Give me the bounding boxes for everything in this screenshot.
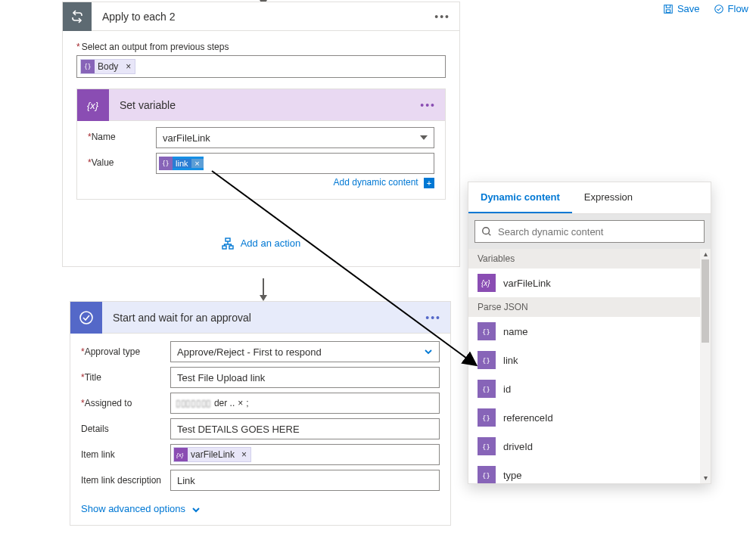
remove-chip-button[interactable]: ×	[238, 449, 250, 460]
svg-point-2	[714, 5, 723, 13]
scroll-down-button[interactable]: ▾	[700, 473, 711, 483]
svg-text:{}: {}	[84, 64, 92, 70]
name-label: *Name	[88, 127, 156, 142]
dc-item-id[interactable]: {} id	[468, 374, 700, 403]
dc-item-type[interactable]: {} type	[468, 461, 700, 483]
more-menu-button[interactable]: •••	[425, 11, 459, 23]
section-variables: Variables	[468, 249, 700, 269]
svg-rect-8	[229, 246, 233, 249]
json-icon: {}	[159, 157, 173, 170]
svg-rect-1	[666, 9, 670, 12]
json-icon: {}	[81, 60, 95, 73]
link-chip-label: link	[173, 159, 191, 168]
svg-rect-0	[664, 5, 673, 13]
remove-chip-button[interactable]: ×	[191, 159, 204, 168]
svg-text:{}: {}	[482, 357, 490, 365]
dc-item-link[interactable]: {} link	[468, 346, 700, 374]
add-action-button[interactable]: Add an action	[76, 200, 446, 253]
item-link-desc-label: Item link description	[81, 475, 170, 486]
approval-type-label: *Approval type	[81, 346, 170, 357]
svg-text:{x}: {x}	[481, 279, 490, 287]
dc-item-name[interactable]: {} name	[468, 317, 700, 346]
more-menu-button[interactable]: •••	[411, 99, 445, 111]
approval-type-select[interactable]: Approve/Reject - First to respond	[170, 341, 440, 362]
apply-to-each-card: Apply to each 2 ••• *Select an output fr…	[62, 2, 460, 267]
dynamic-content-list: Variables {x} varFileLink Parse JSON {} …	[468, 249, 711, 483]
json-icon: {}	[478, 380, 496, 398]
json-icon: {}	[478, 437, 496, 455]
item-link-input[interactable]: {x} varFileLink ×	[170, 444, 440, 465]
save-label: Save	[677, 3, 700, 14]
json-icon: {}	[478, 408, 496, 427]
save-icon	[663, 4, 674, 14]
svg-rect-6	[226, 238, 230, 241]
svg-rect-7	[222, 246, 226, 249]
dc-item-driveid[interactable]: {} driveId	[468, 432, 700, 461]
variable-name-value: varFileLink	[163, 132, 210, 144]
svg-point-11	[483, 228, 490, 234]
assignee-separator: ;	[246, 398, 248, 408]
flow-icon	[714, 4, 724, 14]
scrollbar[interactable]: ▴ ▾	[700, 249, 711, 483]
more-menu-button[interactable]: •••	[416, 312, 450, 324]
connector-line	[263, 278, 264, 295]
approval-card: Start and wait for an approval ••• *Appr…	[70, 301, 451, 526]
remove-assignee-button[interactable]: ×	[238, 398, 243, 408]
section-parse-json: Parse JSON	[468, 297, 700, 317]
show-advanced-button[interactable]: Show advanced options	[81, 495, 440, 517]
link-chip[interactable]: {} link ×	[159, 157, 204, 170]
assigned-visible: der ..	[214, 398, 235, 408]
arrow-down-icon	[260, 295, 267, 301]
value-label: *Value	[88, 153, 156, 168]
dynamic-content-panel: Dynamic content Expression Variables {x}…	[468, 182, 711, 484]
svg-text:{}: {}	[162, 160, 170, 167]
variable-icon: {x}	[174, 448, 188, 461]
body-chip[interactable]: {} Body ×	[80, 59, 135, 74]
approval-type-value: Approve/Reject - First to respond	[177, 346, 322, 358]
chip-label: Body	[98, 60, 122, 73]
title-input[interactable]: Test File Upload link	[170, 367, 440, 388]
item-link-desc-input[interactable]: Link	[170, 470, 440, 491]
assigned-to-label: *Assigned to	[81, 398, 170, 408]
json-icon: {}	[478, 466, 496, 483]
chevron-down-icon	[420, 135, 428, 140]
dc-item-referenceid[interactable]: {} referenceId	[468, 403, 700, 432]
apply-each-title: Apply to each 2	[92, 11, 425, 23]
scroll-up-button[interactable]: ▴	[700, 249, 711, 259]
svg-point-9	[80, 312, 92, 324]
variable-value-input[interactable]: {} link ×	[156, 153, 434, 174]
svg-text:{}: {}	[482, 443, 490, 451]
tab-expression[interactable]: Expression	[572, 182, 645, 213]
svg-text:{x}: {x}	[176, 452, 184, 458]
variable-name-select[interactable]: varFileLink	[156, 127, 434, 148]
output-input[interactable]: {} Body ×	[76, 55, 446, 78]
svg-text:{}: {}	[482, 386, 490, 393]
loop-icon	[63, 2, 92, 31]
variable-icon: {x}	[77, 89, 109, 121]
scroll-thumb[interactable]	[702, 259, 709, 343]
varfilelink-chip[interactable]: {x} varFileLink ×	[173, 447, 251, 462]
add-dynamic-content-link[interactable]: Add dynamic content +	[156, 174, 434, 188]
assigned-obscured: ▯▯▯▯▯▯▯	[176, 398, 211, 408]
variable-icon: {x}	[478, 274, 496, 292]
dc-item-varfilelink[interactable]: {x} varFileLink	[468, 269, 700, 297]
assigned-to-input[interactable]: ▯▯▯▯▯▯▯ der .. × ;	[170, 393, 440, 414]
save-button[interactable]: Save	[663, 3, 700, 14]
remove-chip-button[interactable]: ×	[122, 60, 135, 73]
search-input-wrap	[474, 220, 705, 243]
approval-title: Start and wait for an approval	[102, 312, 416, 324]
details-input[interactable]: Test DETAILS GOES HERE	[170, 418, 440, 439]
title-label: *Title	[81, 372, 170, 383]
chip-label: varFileLink	[191, 449, 238, 460]
tab-dynamic-content[interactable]: Dynamic content	[468, 182, 572, 213]
flow-checker-button[interactable]: Flow	[714, 3, 748, 14]
search-input[interactable]	[498, 226, 698, 238]
svg-text:{}: {}	[482, 328, 490, 336]
flow-label: Flow	[728, 3, 748, 14]
svg-text:{x}: {x}	[87, 100, 99, 111]
json-icon: {}	[478, 351, 496, 369]
approval-icon	[70, 302, 102, 334]
json-icon: {}	[478, 322, 496, 340]
chevron-down-icon	[424, 347, 433, 356]
item-link-label: Item link	[81, 449, 170, 460]
